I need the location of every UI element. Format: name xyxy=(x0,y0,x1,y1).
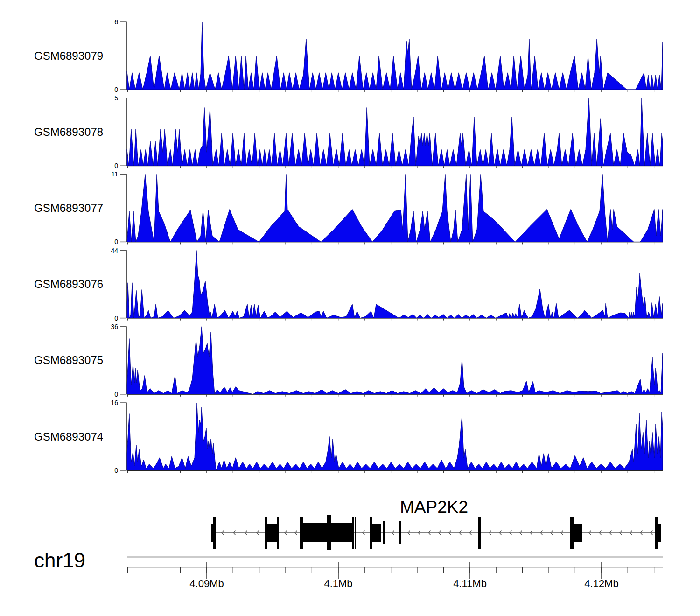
gene-exon-block xyxy=(478,517,481,549)
track-label: GSM6893078 xyxy=(34,126,103,139)
gene-exon-block xyxy=(277,517,279,549)
scale-tick-label: 4.09Mb xyxy=(189,578,224,589)
y-axis-max-label: 36 xyxy=(111,323,118,330)
track-label: GSM6893079 xyxy=(34,49,103,63)
gene-exon-block xyxy=(300,517,303,549)
coverage-area xyxy=(127,98,663,166)
y-axis-max-label: 11 xyxy=(111,170,118,178)
y-axis-zero-label: 0 xyxy=(114,162,118,169)
y-axis-zero-label: 0 xyxy=(114,238,118,245)
coverage-area xyxy=(127,22,663,90)
y-axis-zero-label: 0 xyxy=(114,391,118,398)
y-axis-max-label: 16 xyxy=(111,399,118,406)
y-axis-max-label: 5 xyxy=(114,94,118,102)
scale-tick-label: 4.12Mb xyxy=(584,578,618,589)
scale-tick-label: 4.11Mb xyxy=(453,578,487,589)
genome-browser-figure: 60501104403601604.09Mb4.1Mb4.11Mb4.12Mb … xyxy=(0,0,700,616)
gene-exon-block xyxy=(371,524,381,542)
chromosome-label: chr19 xyxy=(34,549,85,572)
coverage-area xyxy=(127,327,663,394)
gene-exon-block xyxy=(355,517,356,549)
track-label: GSM6893076 xyxy=(34,278,103,291)
gene-exon-block xyxy=(213,517,216,549)
scale-tick-label: 4.1Mb xyxy=(324,578,352,589)
coverage-area xyxy=(127,403,663,470)
gene-name-label: MAP2K2 xyxy=(400,497,468,517)
gene-exon-block xyxy=(399,521,401,544)
gene-exon-block xyxy=(327,515,331,550)
coverage-area xyxy=(127,251,663,318)
gene-exon-block xyxy=(656,524,661,542)
gene-exon-block xyxy=(383,521,385,544)
gene-exon-block xyxy=(300,523,352,542)
tracks-canvas: 60501104403601604.09Mb4.1Mb4.11Mb4.12Mb xyxy=(0,0,700,616)
y-axis-zero-label: 0 xyxy=(114,86,118,93)
gene-exon-block xyxy=(573,524,582,542)
coverage-area xyxy=(127,174,663,242)
y-axis-max-label: 44 xyxy=(111,247,118,254)
track-label: GSM6893077 xyxy=(34,202,103,215)
y-axis-zero-label: 0 xyxy=(114,467,118,474)
gene-exon-block xyxy=(352,517,354,549)
y-axis-max-label: 6 xyxy=(114,18,118,26)
track-label: GSM6893074 xyxy=(34,430,103,443)
track-label: GSM6893075 xyxy=(34,354,103,367)
gene-exon-block xyxy=(265,517,267,549)
y-axis-zero-label: 0 xyxy=(114,315,118,322)
